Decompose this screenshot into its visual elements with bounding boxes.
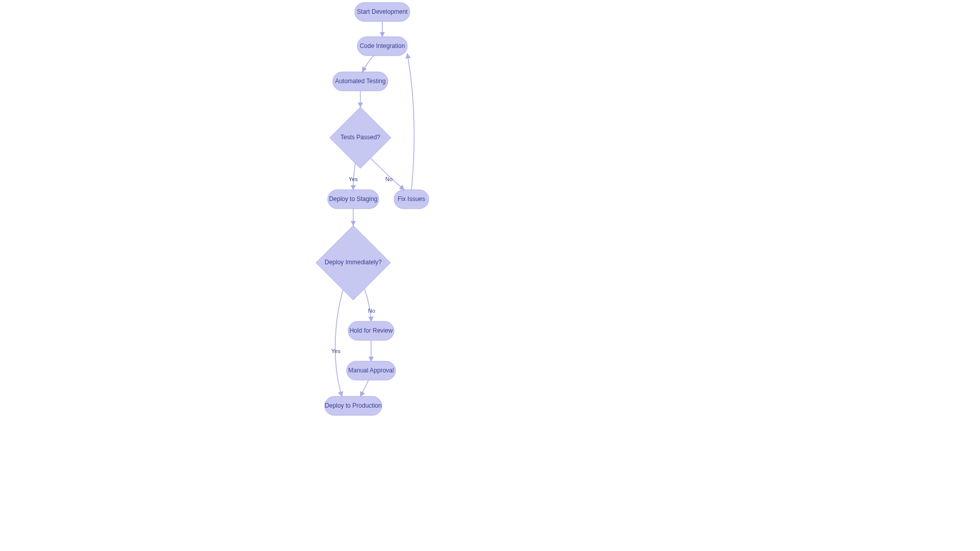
node-manual-approval: Manual Approval: [347, 361, 396, 380]
node-deploy-to-production: Deploy to Production: [325, 396, 382, 415]
node-code-integration-label: Code Integration: [360, 42, 405, 49]
node-tests-passed: Tests Passed?: [330, 107, 391, 168]
edge-fix-to-integ: [407, 54, 414, 190]
edge-imm-to-hold-label: No: [368, 308, 375, 314]
node-deploy-immediately-label: Deploy Immediately?: [325, 259, 382, 266]
node-deploy-to-production-label: Deploy to Production: [325, 402, 381, 409]
edge-pass-to-fix-label: No: [385, 176, 393, 182]
node-deploy-to-staging-label: Deploy to Staging: [329, 195, 378, 203]
edge-imm-to-prod-label: Yes: [331, 348, 340, 354]
node-tests-passed-label: Tests Passed?: [340, 134, 380, 141]
node-fix-issues: Fix Issues: [394, 190, 429, 209]
edge-pass-to-stage-label: Yes: [349, 176, 358, 182]
edge-pass-to-fix: [371, 158, 404, 190]
edge-imm-to-hold: [364, 289, 371, 321]
node-code-integration: Code Integration: [357, 37, 407, 56]
node-automated-testing: Automated Testing: [333, 72, 388, 91]
node-hold-for-review: Hold for Review: [348, 321, 394, 340]
node-start-development-label: Start Development: [357, 8, 408, 15]
edge-integ-to-test: [362, 56, 374, 72]
node-automated-testing-label: Automated Testing: [335, 78, 385, 85]
edge-appr-to-prod: [360, 380, 369, 396]
node-fix-issues-label: Fix Issues: [398, 195, 425, 203]
edge-imm-to-prod: [335, 290, 343, 396]
node-manual-approval-label: Manual Approval: [348, 367, 394, 374]
node-hold-for-review-label: Hold for Review: [350, 327, 393, 334]
node-deploy-immediately: Deploy Immediately?: [316, 226, 390, 300]
node-start-development: Start Development: [355, 3, 410, 21]
flowchart-canvas: Start Development Code Integration Autom…: [0, 0, 980, 551]
node-deploy-to-staging: Deploy to Staging: [328, 190, 379, 209]
